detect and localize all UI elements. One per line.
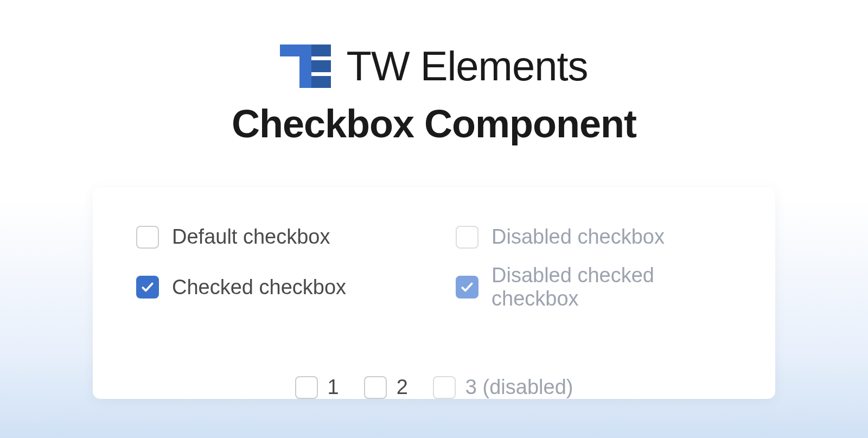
brand-name: TW Elements — [346, 42, 588, 90]
inline-item-1: 1 — [295, 376, 339, 399]
checkmark-icon — [141, 280, 155, 294]
svg-rect-1 — [299, 56, 311, 88]
checkbox-row-disabled-checked: Disabled checked checkbox — [456, 264, 732, 310]
disabled-checkbox — [456, 226, 478, 249]
disabled-checked-checkbox-label: Disabled checked checkbox — [492, 264, 732, 310]
inline-checkbox-1[interactable] — [295, 376, 318, 399]
inline-item-2: 2 — [364, 376, 408, 399]
checkbox-row-default: Default checkbox — [136, 225, 412, 249]
inline-label-2: 2 — [397, 376, 408, 399]
svg-rect-2 — [311, 45, 331, 56]
inline-item-3: 3 (disabled) — [433, 376, 573, 399]
checkbox-grid: Default checkbox Disabled checkbox Check… — [136, 225, 732, 310]
inline-checkbox-3 — [433, 376, 456, 399]
inline-checkbox-row: 1 2 3 (disabled) — [136, 376, 732, 399]
inline-label-1: 1 — [328, 376, 339, 399]
logo-icon — [280, 45, 331, 88]
inline-label-3: 3 (disabled) — [465, 376, 573, 399]
page-subtitle: Checkbox Component — [232, 101, 636, 146]
checkmark-icon — [460, 280, 474, 294]
inline-checkbox-2[interactable] — [364, 376, 387, 399]
disabled-checkbox-label: Disabled checkbox — [492, 225, 665, 249]
page-container: TW Elements Checkbox Component Default c… — [0, 0, 868, 399]
disabled-checked-checkbox — [456, 276, 478, 299]
default-checkbox-label: Default checkbox — [172, 225, 330, 249]
checkbox-card: Default checkbox Disabled checkbox Check… — [93, 187, 775, 399]
checkbox-row-disabled: Disabled checkbox — [456, 225, 732, 249]
checkbox-row-checked: Checked checkbox — [136, 264, 412, 310]
checked-checkbox-label: Checked checkbox — [172, 276, 346, 299]
header: TW Elements — [280, 42, 588, 90]
svg-rect-4 — [311, 76, 331, 88]
svg-rect-3 — [311, 60, 331, 72]
default-checkbox[interactable] — [136, 226, 159, 249]
checked-checkbox[interactable] — [136, 276, 159, 299]
